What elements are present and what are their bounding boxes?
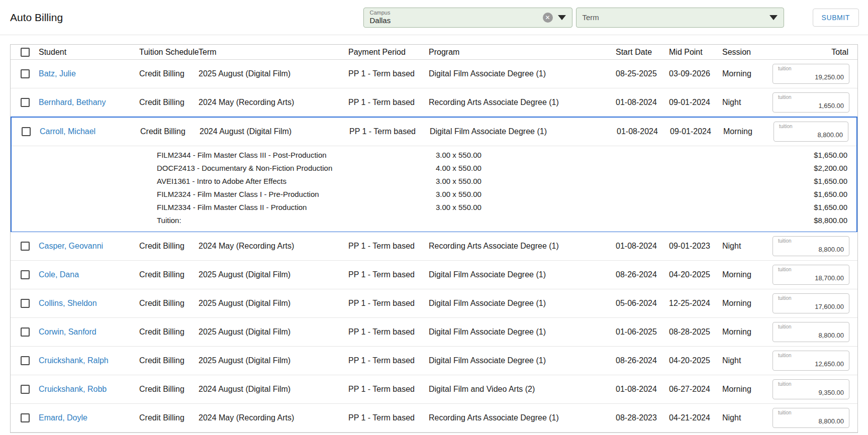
tuition-input-value: 8,800.00 bbox=[818, 418, 844, 425]
table-row[interactable]: Cruickshank, Ralph Credit Billing 2025 A… bbox=[11, 347, 857, 375]
row-checkbox[interactable] bbox=[21, 385, 30, 394]
program-cell: Digital Film Associate Degree (1) bbox=[429, 299, 616, 308]
mid-point-cell: 09-01-2024 bbox=[670, 127, 723, 136]
student-link[interactable]: Corwin, Sanford bbox=[39, 328, 97, 336]
select-all-checkbox[interactable] bbox=[21, 48, 30, 57]
session-cell: Morning bbox=[723, 127, 774, 136]
campus-select[interactable]: Campus Dallas ✕ bbox=[363, 8, 572, 28]
tuition-input[interactable]: tuition 12,650.00 bbox=[773, 351, 849, 371]
term-cell: 2024 August (Digital Film) bbox=[200, 127, 349, 136]
student-link[interactable]: Bernhard, Bethany bbox=[39, 98, 106, 106]
table-row[interactable]: Batz, Julie Credit Billing 2025 August (… bbox=[11, 60, 857, 88]
tuition-schedule-cell: Credit Billing bbox=[139, 413, 199, 422]
tuition-input-label: tuition bbox=[778, 94, 844, 100]
course-quantity: 3.00 x 550.00 bbox=[436, 190, 481, 198]
table-row[interactable]: Casper, Geovanni Credit Billing 2024 May… bbox=[11, 232, 857, 261]
tuition-input[interactable]: tuition 19,250.00 bbox=[773, 64, 849, 84]
program-cell: Digital Film Associate Degree (1) bbox=[429, 356, 616, 365]
tuition-schedule-cell: Credit Billing bbox=[139, 385, 199, 394]
column-header-program: Program bbox=[429, 48, 616, 57]
course-detail-line: DOCF2413 - Documentary & Non-Fiction Pro… bbox=[12, 161, 856, 174]
mid-point-cell: 04-20-2025 bbox=[669, 356, 722, 365]
table-row[interactable]: Collins, Sheldon Credit Billing 2025 Aug… bbox=[11, 289, 857, 318]
payment-period-cell: PP 1 - Term based bbox=[348, 69, 429, 78]
student-link[interactable]: Casper, Geovanni bbox=[39, 242, 103, 250]
clear-icon[interactable]: ✕ bbox=[543, 13, 553, 23]
column-header-tuition-schedule: Tuition Schedule bbox=[139, 48, 199, 57]
tuition-input-label: tuition bbox=[779, 124, 843, 129]
course-detail-line: FILM2334 - Film Master Class II - Produc… bbox=[12, 200, 856, 213]
start-date-cell: 08-25-2025 bbox=[616, 69, 669, 78]
program-cell: Digital Film Associate Degree (1) bbox=[429, 270, 616, 279]
mid-point-cell: 04-20-2025 bbox=[669, 270, 722, 279]
student-link[interactable]: Collins, Sheldon bbox=[39, 299, 97, 307]
course-name: FILM2344 - Film Master Class III - Post-… bbox=[157, 151, 436, 159]
session-cell: Night bbox=[722, 242, 773, 251]
course-name: Tuition: bbox=[157, 216, 436, 225]
tuition-input-label: tuition bbox=[778, 66, 844, 71]
row-checkbox[interactable] bbox=[22, 127, 31, 136]
start-date-cell: 01-08-2024 bbox=[616, 385, 669, 394]
row-checkbox[interactable] bbox=[21, 356, 30, 365]
course-name: FILM2334 - Film Master Class II - Produc… bbox=[157, 203, 436, 211]
table-row[interactable]: Cole, Dana Credit Billing 2025 August (D… bbox=[11, 261, 857, 289]
row-checkbox[interactable] bbox=[21, 270, 30, 279]
term-cell: 2024 May (Recording Arts) bbox=[199, 98, 348, 107]
payment-period-cell: PP 1 - Term based bbox=[348, 328, 429, 337]
student-link[interactable]: Cole, Dana bbox=[39, 270, 79, 279]
tuition-input[interactable]: tuition 8,800.00 bbox=[773, 322, 849, 342]
row-checkbox[interactable] bbox=[21, 69, 30, 78]
table-row[interactable]: Emard, Doyle Credit Billing 2024 May (Re… bbox=[11, 404, 857, 432]
start-date-cell: 01-08-2024 bbox=[617, 127, 670, 136]
student-link[interactable]: Emard, Doyle bbox=[39, 413, 87, 422]
mid-point-cell: 04-21-2024 bbox=[669, 413, 722, 422]
table-row[interactable]: Cruickshank, Robb Credit Billing 2024 Au… bbox=[11, 375, 857, 404]
student-link[interactable]: Cruickshank, Ralph bbox=[39, 356, 109, 365]
term-select[interactable]: Term bbox=[576, 8, 784, 28]
course-amount: $1,650.00 bbox=[814, 190, 847, 198]
submit-button[interactable]: SUBMIT bbox=[813, 9, 859, 27]
tuition-input[interactable]: tuition 18,700.00 bbox=[773, 265, 849, 285]
row-checkbox[interactable] bbox=[21, 242, 30, 251]
table-header: Student Tuition Schedule Term Payment Pe… bbox=[11, 45, 857, 60]
column-header-mid-point: Mid Point bbox=[669, 48, 722, 57]
course-amount: $2,200.00 bbox=[814, 164, 847, 172]
tuition-input[interactable]: tuition 1,650.00 bbox=[773, 92, 849, 113]
tuition-input[interactable]: tuition 8,800.00 bbox=[773, 236, 849, 256]
term-select-placeholder: Term bbox=[583, 13, 763, 22]
student-link[interactable]: Carroll, Michael bbox=[40, 127, 95, 136]
billing-table: Student Tuition Schedule Term Payment Pe… bbox=[10, 44, 858, 433]
course-details: FILM2344 - Film Master Class III - Post-… bbox=[12, 146, 856, 232]
course-quantity: 3.00 x 550.00 bbox=[436, 203, 481, 211]
tuition-input[interactable]: tuition 8,800.00 bbox=[773, 408, 849, 428]
tuition-input[interactable]: tuition 17,600.00 bbox=[773, 293, 849, 313]
session-cell: Night bbox=[722, 98, 773, 107]
row-checkbox[interactable] bbox=[21, 413, 30, 422]
row-checkbox[interactable] bbox=[21, 299, 30, 308]
course-name: FILM2324 - Film Master Class I - Pre-Pro… bbox=[157, 190, 436, 198]
row-checkbox[interactable] bbox=[21, 328, 30, 337]
tuition-input-value: 17,600.00 bbox=[815, 303, 844, 310]
program-cell: Recording Arts Associate Degree (1) bbox=[429, 413, 616, 422]
tuition-input-value: 9,350.00 bbox=[818, 389, 844, 396]
table-row[interactable]: Bernhard, Bethany Credit Billing 2024 Ma… bbox=[11, 88, 857, 117]
program-cell: Recording Arts Associate Degree (1) bbox=[429, 98, 616, 107]
tuition-input[interactable]: tuition 9,350.00 bbox=[773, 379, 849, 399]
row-checkbox[interactable] bbox=[21, 98, 30, 107]
mid-point-cell: 03-09-2026 bbox=[669, 69, 722, 78]
session-cell: Morning bbox=[722, 385, 773, 394]
student-link[interactable]: Cruickshank, Robb bbox=[39, 385, 107, 393]
course-amount: $8,800.00 bbox=[814, 216, 847, 225]
tuition-input[interactable]: tuition 8,800.00 bbox=[774, 122, 848, 142]
table-row[interactable]: Corwin, Sanford Credit Billing 2025 Augu… bbox=[11, 318, 857, 347]
course-name: DOCF2413 - Documentary & Non-Fiction Pro… bbox=[157, 164, 436, 172]
course-quantity: 4.00 x 550.00 bbox=[436, 164, 481, 172]
tuition-schedule-cell: Credit Billing bbox=[139, 98, 199, 107]
mid-point-cell: 09-01-2023 bbox=[669, 242, 722, 251]
mid-point-cell: 12-25-2024 bbox=[669, 299, 722, 308]
session-cell: Night bbox=[722, 356, 773, 365]
student-link[interactable]: Batz, Julie bbox=[39, 69, 76, 78]
table-row[interactable]: Carroll, Michael Credit Billing 2024 Aug… bbox=[12, 118, 856, 146]
course-amount: $1,650.00 bbox=[814, 151, 847, 159]
table-body: Batz, Julie Credit Billing 2025 August (… bbox=[11, 60, 857, 432]
